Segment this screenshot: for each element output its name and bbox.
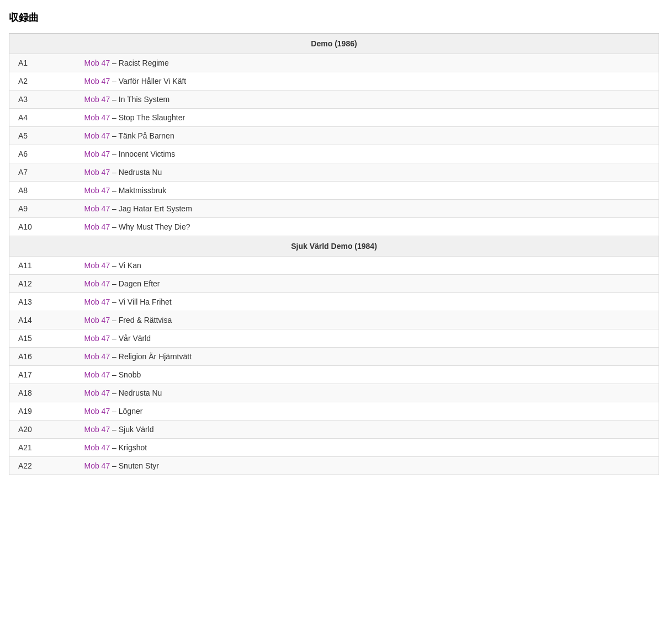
artist-link[interactable]: Mob 47 bbox=[84, 168, 110, 177]
track-name: Sjuk Värld bbox=[119, 425, 154, 434]
track-title: Mob 47 – Krigshot bbox=[76, 439, 659, 457]
artist-link[interactable]: Mob 47 bbox=[84, 352, 110, 361]
artist-link[interactable]: Mob 47 bbox=[84, 279, 110, 288]
track-number: A3 bbox=[9, 91, 76, 109]
section-header-sjuk-varld-demo-1984: Sjuk Värld Demo (1984) bbox=[9, 236, 659, 257]
artist-link[interactable]: Mob 47 bbox=[84, 388, 110, 397]
track-number: A13 bbox=[9, 293, 76, 311]
track-separator: – bbox=[110, 443, 119, 452]
track-title: Mob 47 – Maktmissbruk bbox=[76, 182, 659, 200]
table-row: A3Mob 47 – In This System bbox=[9, 91, 659, 109]
artist-link[interactable]: Mob 47 bbox=[84, 297, 110, 306]
table-row: A12Mob 47 – Dagen Efter bbox=[9, 275, 659, 293]
track-name: Vi Kan bbox=[119, 261, 141, 270]
table-row: A13Mob 47 – Vi Vill Ha Frihet bbox=[9, 293, 659, 311]
artist-link[interactable]: Mob 47 bbox=[84, 334, 110, 343]
track-title: Mob 47 – Tänk På Barnen bbox=[76, 127, 659, 145]
table-row: A7Mob 47 – Nedrusta Nu bbox=[9, 163, 659, 182]
table-row: A14Mob 47 – Fred & Rättvisa bbox=[9, 311, 659, 329]
track-number: A9 bbox=[9, 200, 76, 218]
track-number: A17 bbox=[9, 366, 76, 384]
track-separator: – bbox=[110, 186, 119, 195]
artist-link[interactable]: Mob 47 bbox=[84, 461, 110, 470]
artist-link[interactable]: Mob 47 bbox=[84, 204, 110, 213]
track-separator: – bbox=[110, 113, 119, 122]
table-row: A21Mob 47 – Krigshot bbox=[9, 439, 659, 457]
track-name: Maktmissbruk bbox=[119, 186, 166, 195]
table-row: A1Mob 47 – Racist Regime bbox=[9, 54, 659, 72]
track-title: Mob 47 – Snobb bbox=[76, 366, 659, 384]
track-separator: – bbox=[110, 168, 119, 177]
track-name: Vår Värld bbox=[119, 334, 151, 343]
table-row: A17Mob 47 – Snobb bbox=[9, 366, 659, 384]
track-number: A11 bbox=[9, 257, 76, 275]
section-header-demo-1986: Demo (1986) bbox=[9, 34, 659, 54]
track-title: Mob 47 – Varför Håller Vi Käft bbox=[76, 72, 659, 91]
track-separator: – bbox=[110, 388, 119, 397]
table-row: A11Mob 47 – Vi Kan bbox=[9, 257, 659, 275]
track-number: A10 bbox=[9, 218, 76, 236]
track-number: A16 bbox=[9, 348, 76, 366]
table-row: A9Mob 47 – Jag Hatar Ert System bbox=[9, 200, 659, 218]
artist-link[interactable]: Mob 47 bbox=[84, 131, 110, 140]
artist-link[interactable]: Mob 47 bbox=[84, 113, 110, 122]
track-number: A15 bbox=[9, 329, 76, 348]
track-number: A12 bbox=[9, 275, 76, 293]
artist-link[interactable]: Mob 47 bbox=[84, 186, 110, 195]
track-number: A8 bbox=[9, 182, 76, 200]
track-separator: – bbox=[110, 461, 119, 470]
artist-link[interactable]: Mob 47 bbox=[84, 261, 110, 270]
tracklist-table: Demo (1986)A1Mob 47 – Racist RegimeA2Mob… bbox=[9, 33, 659, 475]
track-number: A20 bbox=[9, 421, 76, 439]
track-name: In This System bbox=[119, 95, 169, 104]
track-number: A5 bbox=[9, 127, 76, 145]
artist-link[interactable]: Mob 47 bbox=[84, 407, 110, 416]
track-name: Snobb bbox=[119, 370, 141, 379]
table-row: A16Mob 47 – Religion Är Hjärntvätt bbox=[9, 348, 659, 366]
track-separator: – bbox=[110, 279, 119, 288]
table-row: A18Mob 47 – Nedrusta Nu bbox=[9, 384, 659, 402]
track-number: A18 bbox=[9, 384, 76, 402]
artist-link[interactable]: Mob 47 bbox=[84, 443, 110, 452]
track-separator: – bbox=[110, 352, 119, 361]
track-title: Mob 47 – Religion Är Hjärntvätt bbox=[76, 348, 659, 366]
track-separator: – bbox=[110, 77, 119, 86]
track-title: Mob 47 – Racist Regime bbox=[76, 54, 659, 72]
track-title: Mob 47 – Stop The Slaughter bbox=[76, 109, 659, 127]
artist-link[interactable]: Mob 47 bbox=[84, 58, 110, 67]
track-title: Mob 47 – Innocent Victims bbox=[76, 145, 659, 163]
track-title: Mob 47 – Vår Värld bbox=[76, 329, 659, 348]
track-separator: – bbox=[110, 204, 119, 213]
track-separator: – bbox=[110, 261, 119, 270]
track-separator: – bbox=[110, 95, 119, 104]
track-number: A1 bbox=[9, 54, 76, 72]
track-number: A2 bbox=[9, 72, 76, 91]
track-title: Mob 47 – Vi Kan bbox=[76, 257, 659, 275]
artist-link[interactable]: Mob 47 bbox=[84, 222, 110, 231]
track-title: Mob 47 – Dagen Efter bbox=[76, 275, 659, 293]
track-name: Nedrusta Nu bbox=[119, 168, 162, 177]
track-number: A14 bbox=[9, 311, 76, 329]
track-title: Mob 47 – Snuten Styr bbox=[76, 457, 659, 475]
track-name: Krigshot bbox=[119, 443, 147, 452]
track-separator: – bbox=[110, 370, 119, 379]
track-name: Nedrusta Nu bbox=[119, 388, 162, 397]
track-title: Mob 47 – Fred & Rättvisa bbox=[76, 311, 659, 329]
artist-link[interactable]: Mob 47 bbox=[84, 425, 110, 434]
track-name: Racist Regime bbox=[119, 58, 169, 67]
track-number: A22 bbox=[9, 457, 76, 475]
artist-link[interactable]: Mob 47 bbox=[84, 150, 110, 158]
track-title: Mob 47 – Jag Hatar Ert System bbox=[76, 200, 659, 218]
artist-link[interactable]: Mob 47 bbox=[84, 316, 110, 324]
artist-link[interactable]: Mob 47 bbox=[84, 95, 110, 104]
track-separator: – bbox=[110, 131, 118, 140]
artist-link[interactable]: Mob 47 bbox=[84, 370, 110, 379]
track-separator: – bbox=[110, 425, 119, 434]
track-separator: – bbox=[110, 150, 119, 158]
track-separator: – bbox=[110, 407, 119, 416]
table-row: A5Mob 47 – Tänk På Barnen bbox=[9, 127, 659, 145]
artist-link[interactable]: Mob 47 bbox=[84, 77, 110, 86]
track-title: Mob 47 – Sjuk Värld bbox=[76, 421, 659, 439]
track-name: Snuten Styr bbox=[119, 461, 159, 470]
table-row: A2Mob 47 – Varför Håller Vi Käft bbox=[9, 72, 659, 91]
